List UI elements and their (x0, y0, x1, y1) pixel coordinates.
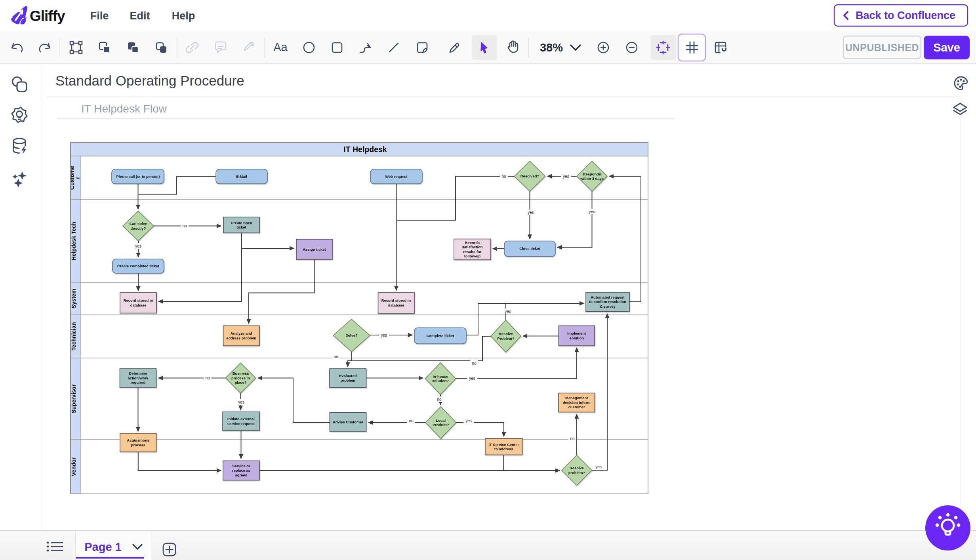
svg-text:Standard Operating Procedure: Standard Operating Procedure (55, 73, 244, 88)
svg-text:IT Helpdesk: IT Helpdesk (343, 145, 387, 154)
svg-text:System: System (71, 289, 77, 309)
svg-text:Back to Confluence: Back to Confluence (856, 10, 955, 21)
svg-text:Advise Customer: Advise Customer (333, 420, 363, 424)
svg-text:Assign ticket: Assign ticket (303, 247, 326, 251)
svg-text:Initiate externalservice reque: Initiate externalservice request (227, 417, 255, 426)
svg-text:no: no (409, 419, 414, 423)
svg-text:yes: yes (595, 465, 602, 469)
svg-text:no: no (437, 397, 442, 402)
svg-text:File: File (90, 10, 109, 22)
svg-text:Close ticket: Close ticket (519, 246, 540, 251)
svg-text:no: no (501, 174, 506, 179)
svg-text:Supervisor: Supervisor (71, 384, 77, 413)
svg-text:Web request: Web request (385, 174, 407, 179)
svg-text:Technician: Technician (71, 322, 77, 350)
svg-text:38%: 38% (540, 41, 563, 54)
svg-text:yes: yes (465, 419, 472, 423)
svg-text:Edit: Edit (130, 10, 150, 22)
svg-text:In-housesolution?: In-housesolution? (432, 374, 449, 383)
svg-text:Aa: Aa (273, 41, 288, 53)
svg-text:yes: yes (589, 210, 595, 214)
svg-text:Recordssatisfactionresults for: Recordssatisfactionresults forfollow-up (462, 240, 482, 259)
svg-text:Resolveproblem?: Resolveproblem? (568, 466, 585, 475)
svg-text:Gliffy: Gliffy (30, 8, 65, 24)
svg-text:E-Mail: E-Mail (236, 174, 247, 179)
svg-text:Analyze andaddress problem: Analyze andaddress problem (226, 331, 256, 340)
svg-text:no: no (334, 354, 338, 359)
svg-text:no: no (182, 224, 187, 228)
svg-text:IT Helpdesk Flow: IT Helpdesk Flow (81, 103, 167, 115)
svg-text:yes: yes (469, 376, 475, 381)
svg-text:Complete ticket: Complete ticket (427, 333, 454, 338)
svg-text:no: no (205, 376, 210, 380)
svg-text:Can solvedirectly?: Can solvedirectly? (130, 221, 147, 230)
svg-text:Implementsolution: Implementsolution (567, 331, 586, 340)
svg-text:Page 1: Page 1 (84, 541, 122, 553)
svg-text:Help: Help (172, 10, 195, 22)
svg-text:ResolveProblem?: ResolveProblem? (497, 331, 515, 341)
svg-text:yes: yes (238, 400, 244, 404)
svg-text:Helpdesk Tech: Helpdesk Tech (71, 222, 77, 261)
svg-text:Vendor: Vendor (71, 457, 77, 476)
svg-text:Respondswithin 3 days: Respondswithin 3 days (580, 172, 604, 181)
svg-text:no: no (472, 361, 477, 366)
svg-text:Resolved?: Resolved? (520, 174, 539, 178)
svg-text:yes: yes (563, 174, 569, 179)
svg-text:yes: yes (528, 210, 534, 215)
svg-text:yes: yes (505, 309, 511, 314)
svg-text:Phone call (or in person): Phone call (or in person) (116, 174, 160, 179)
svg-text:UNPUBLISHED: UNPUBLISHED (845, 42, 919, 53)
svg-text:yes: yes (135, 244, 141, 248)
svg-text:no: no (570, 436, 575, 441)
svg-text:Save: Save (933, 41, 960, 54)
svg-text:yes: yes (381, 333, 387, 337)
svg-text:Create completed ticket: Create completed ticket (117, 264, 159, 268)
svg-text:Solve?: Solve? (345, 333, 358, 337)
svg-text:Evaluatedproblem: Evaluatedproblem (339, 373, 357, 383)
